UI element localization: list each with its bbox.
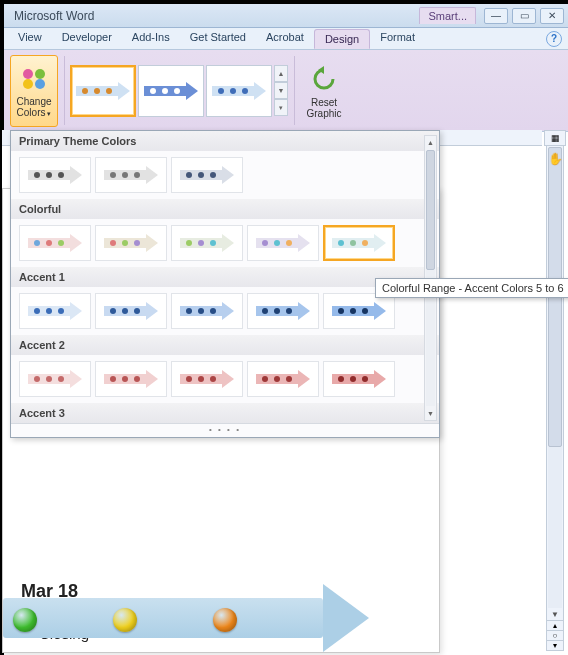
- gallery-scroll: ▲ ▼ ▾: [274, 65, 288, 117]
- panel-resize-grip[interactable]: • • • •: [11, 423, 439, 437]
- color-swatch[interactable]: [171, 361, 243, 397]
- tab-design[interactable]: Design: [314, 29, 370, 49]
- color-swatch[interactable]: [19, 361, 91, 397]
- prev-page-button[interactable]: ▴: [547, 620, 563, 630]
- change-colors-button[interactable]: ChangeColors ▾: [10, 55, 58, 127]
- tab-addins[interactable]: Add-Ins: [122, 28, 180, 49]
- reset-graphic-button[interactable]: ResetGraphic: [300, 55, 348, 127]
- color-swatch[interactable]: [247, 225, 319, 261]
- color-swatch[interactable]: [171, 157, 243, 193]
- color-swatch[interactable]: [171, 225, 243, 261]
- color-swatch[interactable]: [323, 293, 395, 329]
- arrow-dot-3[interactable]: [213, 608, 237, 632]
- color-swatch[interactable]: [95, 157, 167, 193]
- gallery-down-button[interactable]: ▼: [274, 82, 288, 99]
- reset-icon: [308, 63, 340, 95]
- section-primary-theme: Primary Theme Colors ▲: [11, 131, 439, 151]
- change-colors-label2: Colors: [17, 107, 46, 118]
- gallery-up-button[interactable]: ▲: [274, 65, 288, 82]
- swatch-row-colorful: [11, 219, 439, 267]
- scroll-down-button[interactable]: ▼: [547, 608, 563, 620]
- ribbon-group-styles: ▲ ▼ ▾: [64, 50, 294, 131]
- contextual-tab-label[interactable]: Smart...: [419, 7, 476, 24]
- color-swatch[interactable]: [95, 361, 167, 397]
- color-circles-icon: [18, 62, 50, 94]
- color-swatch-hovered[interactable]: [323, 225, 395, 261]
- svg-point-3: [35, 79, 45, 89]
- panel-scroll-down[interactable]: ▼: [425, 407, 436, 420]
- section-label: Accent 3: [19, 407, 65, 419]
- arrow-dot-2[interactable]: [113, 608, 137, 632]
- reset-label2: Graphic: [306, 108, 341, 119]
- svg-point-1: [35, 69, 45, 79]
- tab-acrobat[interactable]: Acrobat: [256, 28, 314, 49]
- tooltip-text: Colorful Range - Accent Colors 5 to 6: [382, 282, 564, 294]
- panel-scroll-up[interactable]: ▲: [425, 136, 436, 149]
- tab-format[interactable]: Format: [370, 28, 425, 49]
- ribbon-group-colors: ChangeColors ▾: [4, 50, 64, 131]
- ribbon-group-reset: ResetGraphic: [294, 50, 354, 131]
- color-swatch[interactable]: [95, 293, 167, 329]
- tab-view[interactable]: View: [8, 28, 52, 49]
- style-item-3[interactable]: [206, 65, 272, 117]
- style-item-1[interactable]: [70, 65, 136, 117]
- change-colors-label1: Change: [16, 96, 51, 107]
- next-page-button[interactable]: ▾: [547, 640, 563, 650]
- color-swatch[interactable]: [247, 361, 319, 397]
- section-accent2: Accent 2: [11, 335, 439, 355]
- color-swatch[interactable]: [19, 225, 91, 261]
- section-label: Accent 1: [19, 271, 65, 283]
- style-item-2[interactable]: [138, 65, 204, 117]
- browse-object-button[interactable]: ○: [547, 630, 563, 640]
- section-label: Accent 2: [19, 339, 65, 351]
- vertical-scrollbar[interactable]: ▲ ▼ ▴ ○ ▾: [546, 130, 564, 651]
- minimize-button[interactable]: —: [484, 8, 508, 24]
- ribbon-tabs: View Developer Add-Ins Get Started Acrob…: [4, 28, 568, 50]
- color-swatch[interactable]: [323, 361, 395, 397]
- svg-point-0: [23, 69, 33, 79]
- tab-getstarted[interactable]: Get Started: [180, 28, 256, 49]
- smartart-style-gallery: [70, 65, 272, 117]
- page-nav: ▼ ▴ ○ ▾: [547, 608, 563, 650]
- svg-point-2: [23, 79, 33, 89]
- ribbon: ChangeColors ▾ ▲ ▼ ▾: [4, 50, 568, 132]
- color-swatch[interactable]: [19, 157, 91, 193]
- section-label: Primary Theme Colors: [19, 135, 136, 147]
- window-buttons: — ▭ ✕: [484, 8, 564, 24]
- tooltip: Colorful Range - Accent Colors 5 to 6: [375, 278, 568, 298]
- section-accent3: Accent 3 ▲: [11, 403, 439, 423]
- arrow-dot-1[interactable]: [13, 608, 37, 632]
- panel-scroll-thumb[interactable]: [426, 150, 435, 270]
- smartart-arrow[interactable]: [3, 590, 383, 646]
- reset-label1: Reset: [311, 97, 337, 108]
- ruler-toggle-button[interactable]: ▦: [544, 130, 566, 146]
- section-colorful: Colorful: [11, 199, 439, 219]
- swatch-row-primary: [11, 151, 439, 199]
- help-button[interactable]: ?: [546, 31, 562, 47]
- title-bar: Microsoft Word Smart... — ▭ ✕: [4, 4, 568, 28]
- app-title: Microsoft Word: [14, 9, 94, 23]
- pan-hand-button[interactable]: ✋: [544, 150, 566, 168]
- swatch-row-accent2: [11, 355, 439, 403]
- color-swatch[interactable]: [95, 225, 167, 261]
- maximize-button[interactable]: ▭: [512, 8, 536, 24]
- gallery-more-button[interactable]: ▾: [274, 99, 288, 116]
- close-button[interactable]: ✕: [540, 8, 564, 24]
- color-swatch[interactable]: [247, 293, 319, 329]
- tab-developer[interactable]: Developer: [52, 28, 122, 49]
- color-swatch[interactable]: [19, 293, 91, 329]
- section-label: Colorful: [19, 203, 61, 215]
- dropdown-icon: ▾: [45, 110, 51, 117]
- color-swatch[interactable]: [171, 293, 243, 329]
